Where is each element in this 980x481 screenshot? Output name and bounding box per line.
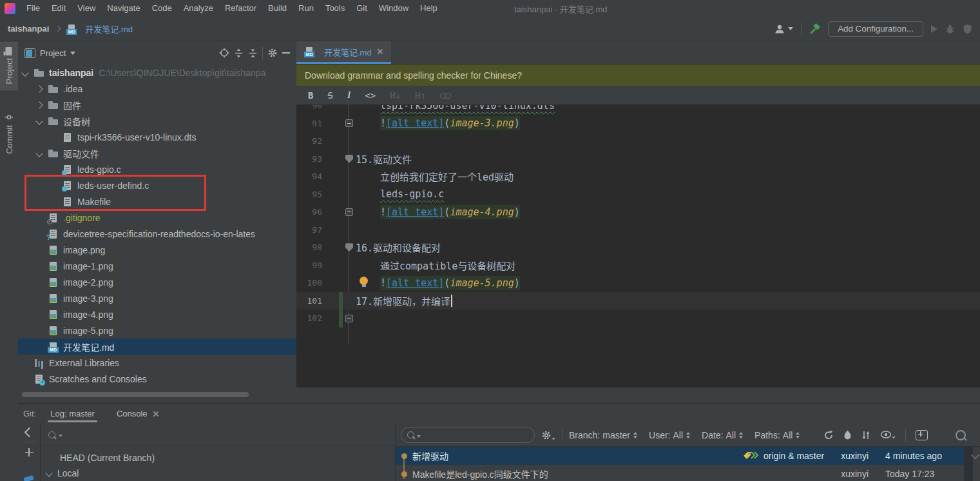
chevron-down-icon[interactable] xyxy=(21,69,28,76)
stripe-project-button[interactable]: Project xyxy=(0,41,18,90)
editor-line[interactable]: 9816.驱动和设备配对 xyxy=(296,239,980,257)
search-icon[interactable] xyxy=(956,430,966,440)
intention-bulb-icon[interactable] xyxy=(360,277,368,285)
stripe-commit-button[interactable]: Commit xyxy=(5,107,14,161)
link-icon[interactable] xyxy=(440,92,450,99)
header-up-icon[interactable]: H↑ xyxy=(415,90,426,101)
menu-run[interactable]: Run xyxy=(293,0,320,17)
menu-view[interactable]: View xyxy=(72,0,101,17)
editor-line[interactable]: 9315.驱动文件 xyxy=(296,150,980,168)
italic-icon[interactable]: I xyxy=(347,90,351,101)
tree-item[interactable]: .gitignore xyxy=(18,210,296,226)
view-options-button[interactable] xyxy=(880,431,896,439)
tree-item[interactable]: image-5.png xyxy=(18,322,296,339)
tree-item[interactable]: Scratches and Consoles xyxy=(18,371,296,387)
tree-item[interactable]: image-3.png xyxy=(18,290,296,306)
breadcrumb-file[interactable]: MD 开发笔记.md xyxy=(66,23,133,35)
menu-navigate[interactable]: Navigate xyxy=(101,0,146,17)
chevron-down-icon[interactable] xyxy=(70,52,75,55)
run-button-disabled[interactable] xyxy=(931,25,937,33)
fold-region-icon[interactable] xyxy=(345,208,353,216)
branch-head-row[interactable]: HEAD (Current Branch) xyxy=(41,450,395,466)
tree-item[interactable]: image-1.png xyxy=(18,258,296,274)
editor-line[interactable]: 91![alt text](image-3.png) xyxy=(296,115,980,133)
tree-item[interactable]: image.png xyxy=(18,242,296,258)
fold-start-icon[interactable] xyxy=(345,243,353,251)
filter-date[interactable]: Date:All xyxy=(702,430,743,440)
coverage-button-disabled[interactable] xyxy=(963,24,972,34)
flame-icon[interactable] xyxy=(843,430,852,440)
hide-panel-icon[interactable] xyxy=(282,52,290,54)
project-panel-title[interactable]: Project xyxy=(40,48,66,58)
editor-line[interactable]: 100![alt text](image-5.png) xyxy=(296,274,980,292)
tree-item[interactable]: tspi-rk3566-user-v10-linux.dts xyxy=(18,129,296,145)
chevron-down-icon[interactable] xyxy=(45,469,52,476)
menu-tools[interactable]: Tools xyxy=(320,0,351,17)
menu-git[interactable]: Git xyxy=(351,0,373,17)
filter-settings-button[interactable] xyxy=(541,430,555,440)
close-icon[interactable] xyxy=(377,48,383,55)
chevron-left-icon[interactable] xyxy=(24,427,34,438)
locate-file-icon[interactable] xyxy=(219,48,229,58)
fold-region-icon[interactable] xyxy=(345,315,353,322)
menu-file[interactable]: File xyxy=(21,0,46,17)
add-configuration-button[interactable]: Add Configuration... xyxy=(828,21,923,37)
settings-gear-icon[interactable] xyxy=(267,48,278,58)
editor-line[interactable]: 102 xyxy=(296,309,980,328)
filter-paths[interactable]: Paths:All xyxy=(754,430,800,440)
git-tab-console[interactable]: Console xyxy=(114,404,162,424)
menu-help[interactable]: Help xyxy=(414,0,443,17)
commit-row[interactable]: 新增驱动origin & masterxuxinyi4 minutes ago xyxy=(396,447,964,465)
branch-local-row[interactable]: Local xyxy=(41,466,395,481)
collapse-all-icon[interactable] xyxy=(248,48,258,58)
expand-all-icon[interactable] xyxy=(234,48,244,58)
menu-window[interactable]: Window xyxy=(373,0,414,17)
tree-item[interactable]: .idea xyxy=(18,81,296,97)
tree-item[interactable]: 设备树 xyxy=(18,113,296,129)
tree-item[interactable]: MD开发笔记.md xyxy=(18,339,296,355)
menu-refactor[interactable]: Refactor xyxy=(219,0,262,17)
commit-row[interactable]: Makefile是led-gpio.c同级文件下的xuxinyiToday 17… xyxy=(396,465,964,481)
chevron-right-icon[interactable] xyxy=(35,101,43,108)
tree-item[interactable]: 固件 xyxy=(18,97,296,113)
branch-search-row[interactable] xyxy=(41,424,395,446)
open-new-tab-icon[interactable] xyxy=(916,430,928,440)
user-account-button[interactable] xyxy=(774,24,793,34)
filter-user[interactable]: User:All xyxy=(649,430,690,440)
menu-edit[interactable]: Edit xyxy=(46,0,72,17)
debug-button-disabled[interactable] xyxy=(945,24,955,34)
header-down-icon[interactable]: H↓ xyxy=(390,90,401,101)
filter-branch[interactable]: Branch:master xyxy=(569,430,637,440)
clipped-toolbar-icon[interactable] xyxy=(23,475,34,481)
tree-item[interactable]: 驱动文件 xyxy=(18,145,296,161)
code-icon[interactable]: <> xyxy=(365,90,376,101)
fold-region-icon[interactable] xyxy=(345,119,353,127)
build-button[interactable] xyxy=(809,23,820,34)
tree-item[interactable]: ?devicetree-specification-readthedocs-io… xyxy=(18,226,296,242)
editor-line[interactable]: 97 xyxy=(296,221,980,239)
editor-body[interactable]: 90tspi-rk3566-user-v10-linux.dts91![alt … xyxy=(296,105,980,387)
chevron-right-icon[interactable] xyxy=(35,85,43,92)
tree-item[interactable]: image-4.png xyxy=(18,306,296,322)
menu-code[interactable]: Code xyxy=(146,0,178,17)
sort-icon[interactable] xyxy=(861,430,870,440)
editor-tab[interactable]: MD 开发笔记.md xyxy=(296,41,391,64)
tree-item[interactable]: External Libraries xyxy=(18,355,296,371)
editor-line[interactable]: 95leds-gpio.c xyxy=(296,186,980,204)
strikethrough-icon[interactable]: S xyxy=(327,90,332,101)
bold-icon[interactable]: B xyxy=(308,90,313,101)
editor-line[interactable]: 96![alt text](image-4.png) xyxy=(296,203,980,221)
horizontal-scrollbar[interactable] xyxy=(22,392,249,397)
breadcrumb-project[interactable]: taishanpai xyxy=(8,24,49,34)
refresh-icon[interactable] xyxy=(823,430,834,440)
fold-start-icon[interactable] xyxy=(345,155,353,163)
editor-line[interactable]: 94立创给我们定好了一个led驱动 xyxy=(296,168,980,186)
tree-item[interactable]: image-2.png xyxy=(18,274,296,290)
chevron-down-icon[interactable] xyxy=(35,150,43,157)
close-icon[interactable] xyxy=(153,411,159,417)
tree-item[interactable]: taishanpaiC:\Users\QINGJUE\Desktop\git\t… xyxy=(18,64,296,81)
plus-icon[interactable] xyxy=(25,448,34,456)
menu-analyze[interactable]: Analyze xyxy=(178,0,219,17)
editor-line[interactable]: 10117.新增驱动，并编译 xyxy=(296,292,980,310)
git-tab-log[interactable]: Log: master xyxy=(48,404,97,424)
